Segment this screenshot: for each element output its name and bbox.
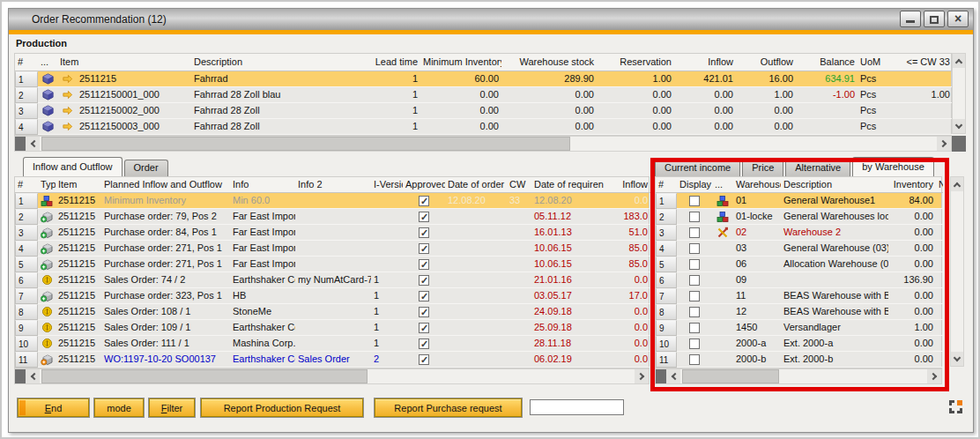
display-checkbox[interactable]	[689, 212, 700, 222]
row-number[interactable]: 4	[15, 119, 38, 135]
column-header[interactable]: Minimum Inventory	[420, 54, 501, 71]
column-header[interactable]: Balance	[796, 54, 858, 71]
approved-checkbox[interactable]	[419, 323, 429, 333]
approved-checkbox[interactable]	[419, 291, 429, 301]
scrollbar-thumb[interactable]	[41, 369, 368, 383]
row-number[interactable]: 3	[15, 103, 38, 119]
display-checkbox[interactable]	[689, 307, 700, 317]
scrollbar-thumb[interactable]	[41, 137, 570, 151]
table-row[interactable]: 82511215Sales Order: 108 / 1StoneMe124.0…	[15, 304, 649, 320]
column-header[interactable]: Date of requiren	[531, 177, 604, 193]
column-header[interactable]: Inflow	[674, 54, 736, 71]
tab-order[interactable]: Order	[124, 160, 168, 176]
column-header[interactable]: Outflow	[736, 54, 796, 71]
table-row[interactable]: 506Allocation Warehouse (06)0.00	[656, 257, 941, 272]
title-bar[interactable]: Order Recommendation (12) ×	[9, 9, 973, 30]
row-number[interactable]: 9	[656, 320, 677, 336]
table-row[interactable]: 325112150002_000Fahrrad 28 Zoll10.000.00…	[15, 103, 951, 119]
table-row[interactable]: 62511215Sales Order: 74 / 2Earthshaker C…	[15, 272, 649, 288]
approved-checkbox[interactable]	[419, 212, 429, 222]
display-checkbox[interactable]	[689, 243, 700, 254]
column-header[interactable]: Approved	[403, 177, 445, 193]
scrollbar-corner[interactable]	[952, 136, 966, 152]
column-header[interactable]: Inflow	[604, 177, 650, 193]
table-row[interactable]: 91450Versandlager1.00	[656, 320, 941, 336]
column-header[interactable]: Description	[781, 177, 888, 193]
display-checkbox[interactable]	[689, 323, 700, 333]
row-number[interactable]: 1	[656, 193, 677, 209]
scroll-down-icon[interactable]	[951, 352, 963, 366]
maximize-button[interactable]	[924, 11, 945, 27]
approved-checkbox[interactable]	[419, 354, 429, 365]
column-header[interactable]: Item	[56, 177, 101, 193]
column-header[interactable]: #	[15, 177, 38, 193]
column-header[interactable]: Warehouse	[733, 177, 781, 193]
warehouse-horizontal-scrollbar[interactable]	[655, 368, 942, 384]
column-header[interactable]: Warehouse stock	[501, 54, 597, 71]
row-number[interactable]: 2	[15, 87, 38, 103]
row-number[interactable]: 9	[15, 320, 38, 336]
column-header[interactable]: Typ	[38, 177, 56, 193]
column-header[interactable]: ...	[712, 177, 733, 193]
approved-checkbox[interactable]	[419, 275, 429, 286]
report-purchase-request-button[interactable]: Report Purchase request	[375, 398, 522, 417]
table-row[interactable]: 302Warehouse 20.00	[656, 225, 941, 241]
row-number[interactable]: 7	[656, 288, 677, 304]
scroll-right-icon[interactable]	[635, 369, 649, 383]
scrollbar-corner[interactable]	[15, 369, 26, 383]
scroll-down-icon[interactable]	[953, 119, 965, 133]
row-number[interactable]: 3	[15, 225, 38, 241]
column-header[interactable]: Display	[677, 177, 712, 193]
column-header[interactable]: #	[656, 177, 677, 193]
display-checkbox[interactable]	[689, 354, 700, 365]
scroll-right-icon[interactable]	[937, 137, 951, 151]
row-number[interactable]: 2	[656, 209, 677, 225]
row-number[interactable]: 1	[15, 193, 38, 209]
column-header[interactable]: Planned Inflow and Outflow	[101, 177, 230, 193]
production-horizontal-scrollbar[interactable]	[14, 136, 952, 152]
scrollbar-thumb[interactable]	[682, 369, 779, 383]
table-row[interactable]: 425112150003_000Fahrrad 28 Zoll10.000.00…	[15, 119, 951, 135]
approved-checkbox[interactable]	[419, 307, 429, 317]
column-header[interactable]: ...	[38, 54, 57, 71]
row-number[interactable]: 7	[15, 288, 38, 304]
row-number[interactable]: 5	[656, 257, 677, 272]
row-number[interactable]: 2	[15, 209, 38, 225]
close-button[interactable]: ×	[947, 11, 969, 27]
column-header[interactable]: Info 2	[295, 177, 371, 193]
tab-current-income[interactable]: Current income	[655, 160, 740, 176]
tab-price[interactable]: Price	[742, 160, 783, 176]
tab-by-warehouse[interactable]: by Warehouse	[852, 157, 934, 176]
inflow-outflow-horizontal-scrollbar[interactable]	[14, 368, 650, 384]
table-row[interactable]: 12511215Fahrrad160.00289.901.00421.0116.…	[15, 71, 951, 87]
row-number[interactable]: 10	[15, 336, 38, 352]
row-number[interactable]: 5	[15, 257, 38, 272]
scrollbar-corner[interactable]	[656, 369, 666, 383]
tab-inflow-and-outflow[interactable]: Inflow and Outflow	[23, 157, 122, 176]
approved-checkbox[interactable]	[419, 259, 429, 270]
scroll-left-icon[interactable]	[26, 137, 40, 151]
column-header[interactable]: N	[936, 177, 943, 193]
row-number[interactable]: 6	[15, 272, 38, 288]
column-header[interactable]: Inventory	[888, 177, 936, 193]
display-checkbox[interactable]	[689, 259, 700, 270]
row-number[interactable]: 4	[15, 241, 38, 257]
column-header[interactable]: Date of order	[445, 177, 507, 193]
column-header[interactable]: Description	[191, 54, 368, 71]
table-row[interactable]: 92511215Sales Order: 109 / 1Earthshaker …	[15, 320, 649, 336]
column-header[interactable]: #	[15, 54, 38, 71]
table-row[interactable]: 32511215Purchase order: 84, Pos 1Far Eas…	[15, 225, 649, 241]
resize-grip-icon[interactable]	[947, 398, 964, 415]
scroll-left-icon[interactable]	[26, 369, 40, 383]
approved-checkbox[interactable]	[419, 243, 429, 254]
scroll-up-icon[interactable]	[951, 177, 963, 191]
column-header[interactable]: UoM	[858, 54, 891, 71]
scroll-right-icon[interactable]	[927, 369, 941, 383]
table-row[interactable]: 22511215Purchase order: 79, Pos 2Far Eas…	[15, 209, 649, 225]
production-vertical-scrollbar[interactable]	[952, 53, 966, 134]
row-number[interactable]: 3	[656, 225, 677, 241]
approved-checkbox[interactable]	[419, 339, 429, 349]
approved-checkbox[interactable]	[419, 227, 429, 238]
table-row[interactable]: 112000-bExt. 2000-b0.00	[656, 352, 941, 368]
table-row[interactable]: 609136.90	[656, 272, 941, 288]
